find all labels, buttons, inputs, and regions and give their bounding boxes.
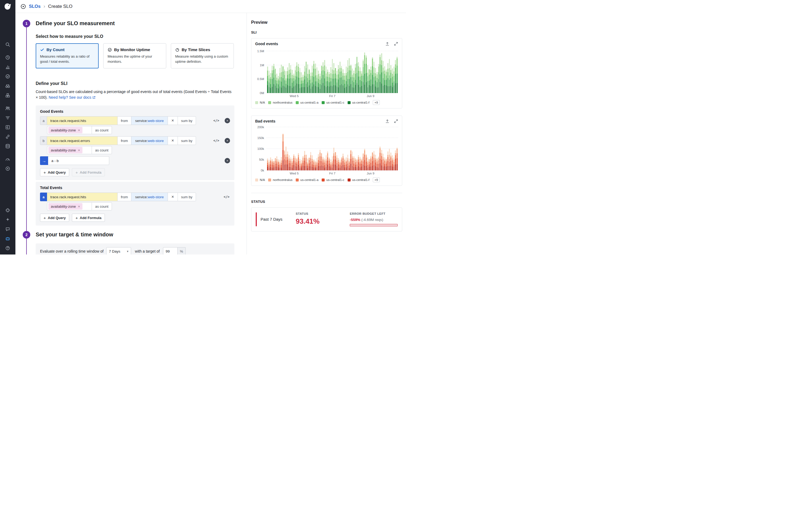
query-letter-selected[interactable]: a: [40, 193, 47, 201]
legend-item[interactable]: N/A: [255, 101, 265, 104]
bar[interactable]: [298, 64, 299, 93]
gauge-icon[interactable]: [5, 156, 11, 162]
bar[interactable]: [390, 152, 392, 170]
query-letter[interactable]: b: [40, 136, 47, 145]
bar[interactable]: [361, 71, 362, 93]
bar[interactable]: [329, 158, 330, 170]
bar[interactable]: [339, 62, 341, 93]
bar[interactable]: [347, 155, 348, 170]
bar[interactable]: [389, 59, 390, 93]
as-count-dropdown[interactable]: as count: [91, 146, 112, 154]
bar[interactable]: [326, 67, 327, 93]
datadog-logo[interactable]: [3, 2, 12, 11]
bar[interactable]: [336, 155, 338, 170]
bar[interactable]: [363, 60, 364, 93]
apm-icon[interactable]: [5, 82, 11, 89]
bar[interactable]: [287, 67, 288, 93]
bar[interactable]: [366, 56, 367, 93]
bar[interactable]: [360, 157, 361, 170]
bar[interactable]: [381, 150, 382, 170]
bar[interactable]: [329, 72, 330, 93]
group-by-field[interactable]: availability-zone×: [47, 202, 92, 210]
bar[interactable]: [301, 160, 302, 170]
bar[interactable]: [350, 150, 352, 170]
bar[interactable]: [369, 159, 370, 170]
bar[interactable]: [273, 64, 274, 93]
measure-card-by-count[interactable]: By Count Measures reliability as a ratio…: [36, 43, 99, 68]
legend-item[interactable]: us-central1-c: [322, 178, 344, 181]
bar[interactable]: [317, 158, 318, 170]
bar[interactable]: [272, 159, 273, 170]
code-view-icon[interactable]: </>: [224, 195, 229, 199]
search-icon[interactable]: [5, 41, 11, 47]
bar[interactable]: [349, 159, 350, 170]
bar[interactable]: [281, 157, 282, 170]
bar[interactable]: [361, 159, 362, 170]
infrastructure-icon[interactable]: [5, 92, 11, 98]
history-icon[interactable]: [5, 54, 11, 61]
remove-formula-icon[interactable]: ×: [225, 158, 230, 163]
bar[interactable]: [375, 155, 376, 170]
bar[interactable]: [315, 64, 316, 93]
bar[interactable]: [395, 60, 396, 93]
bar[interactable]: [284, 69, 285, 93]
bar[interactable]: [335, 68, 336, 93]
bar[interactable]: [367, 158, 368, 170]
bar[interactable]: [330, 67, 331, 93]
legend-item[interactable]: northcentralus: [268, 178, 292, 181]
as-count-dropdown[interactable]: as count: [91, 126, 112, 134]
metric-field[interactable]: trace.rack.request.errors: [47, 136, 118, 145]
bar[interactable]: [338, 158, 339, 170]
filter-chip[interactable]: service:web-store: [131, 193, 168, 201]
metric-field[interactable]: trace.rack.request.hits: [47, 116, 118, 125]
target-input[interactable]: [163, 247, 178, 254]
bar[interactable]: [378, 156, 379, 170]
legend-more-chip[interactable]: +9: [373, 100, 380, 105]
bar[interactable]: [364, 149, 365, 170]
bar[interactable]: [358, 62, 359, 93]
remove-query-icon[interactable]: ×: [225, 138, 230, 143]
group-by-field[interactable]: availability-zone×: [47, 126, 92, 134]
sum-by-dropdown[interactable]: sum by: [178, 136, 196, 145]
bar[interactable]: [344, 73, 345, 93]
bar[interactable]: [374, 62, 375, 93]
bar[interactable]: [283, 134, 284, 170]
bar[interactable]: [383, 61, 384, 93]
bar[interactable]: [283, 66, 284, 93]
bar[interactable]: [270, 73, 271, 93]
bar[interactable]: [333, 148, 334, 170]
bar[interactable]: [353, 71, 355, 93]
bar[interactable]: [370, 156, 371, 170]
remove-group-icon[interactable]: ×: [78, 204, 80, 208]
bar[interactable]: [289, 63, 290, 93]
bar[interactable]: [327, 151, 328, 170]
group-by-chip[interactable]: availability-zone×: [48, 127, 82, 133]
bar[interactable]: [292, 70, 293, 93]
bar[interactable]: [376, 72, 378, 93]
bar[interactable]: [357, 57, 358, 93]
legend-item[interactable]: us-central1-a: [296, 101, 319, 104]
bar[interactable]: [293, 74, 294, 93]
add-query-button[interactable]: +Add Query: [40, 214, 69, 222]
formula-arrow-icon[interactable]: →: [40, 156, 48, 165]
bar[interactable]: [381, 53, 382, 93]
bar[interactable]: [352, 151, 353, 170]
bar[interactable]: [341, 66, 342, 93]
bar[interactable]: [386, 159, 387, 170]
export-icon[interactable]: [385, 119, 390, 123]
bar[interactable]: [392, 68, 393, 93]
bar[interactable]: [296, 62, 297, 93]
bar[interactable]: [307, 159, 308, 170]
bar[interactable]: [369, 69, 370, 93]
legend-item[interactable]: us-central1-f: [347, 101, 370, 104]
bar[interactable]: [367, 65, 368, 93]
bar[interactable]: [281, 65, 282, 93]
bar[interactable]: [366, 154, 367, 170]
bar[interactable]: [386, 69, 387, 93]
bar[interactable]: [317, 67, 318, 93]
remove-group-icon[interactable]: ×: [78, 148, 80, 152]
bar[interactable]: [339, 160, 341, 170]
boards-icon[interactable]: [5, 124, 11, 130]
bar[interactable]: [376, 158, 378, 170]
bar[interactable]: [324, 159, 325, 170]
